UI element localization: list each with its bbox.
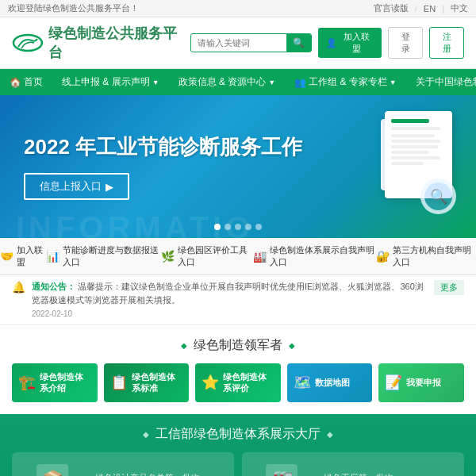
banner-cta-button[interactable]: 信息上报入口 ▶ <box>24 173 129 200</box>
magnifier-icon: 🔍 <box>420 178 456 214</box>
join-alliance-button[interactable]: 👤 加入联盟 <box>318 28 382 58</box>
banner-dot-5[interactable] <box>255 224 262 230</box>
exhibition-title: 工信部绿色制造体系展示大厅 <box>0 414 476 452</box>
nav-about[interactable]: 关于中国绿色制造联盟 ▼ <box>406 69 476 95</box>
nav-arrow-online: ▼ <box>152 79 159 86</box>
notice-text: 温馨提示：建议绿色制造企业单位开展自我声明时优先使用IE浏览器、火狐浏览器、36… <box>32 282 424 305</box>
green-leader-card-2[interactable]: ⭐ 绿色制造体系评价 <box>195 363 281 402</box>
exhibition-section: 工信部绿色制造体系展示大厅 📦 绿色设计产品 展示入口 绿色设计产品名单第一批次… <box>0 414 476 476</box>
header-right: 🔍 👤 加入联盟 登录 注册 <box>190 27 464 59</box>
exhibition-right-card: 🏭 2327 绿色工厂 展示入口 绿色工厂第一批次 绿色工厂第二批次 绿色工厂第… <box>242 452 464 476</box>
green-leader-card-1[interactable]: 📋 绿色制造体系标准 <box>104 363 190 402</box>
green-leader-card-0[interactable]: 🏗️ 绿色制造体系介绍 <box>12 363 98 402</box>
green-leader-title: 绿色制造领军者 <box>12 325 464 363</box>
welcome-text: 欢迎登陆绿色制造公共服务平台！ <box>8 2 139 14</box>
notice-more-button[interactable]: 更多 <box>434 280 464 295</box>
quick-link-third[interactable]: 🔐 第三方机构自我声明入口 <box>376 244 476 268</box>
exhibition-grid: 📦 绿色设计产品 展示入口 绿色设计产品名单第一批次 绿色设计产品名单第二批次 … <box>0 452 476 476</box>
nav-arrow-policy: ▼ <box>268 79 275 86</box>
eval-icon: 🌿 <box>161 250 175 263</box>
banner: INFORMATIO 2022 年工业节能诊断服务工作 信息上报入口 ▶ 🔍 <box>0 95 476 238</box>
exhibition-left-inner: 📦 绿色设计产品 展示入口 绿色设计产品名单第一批次 绿色设计产品名单第二批次 … <box>12 452 234 476</box>
green-leader-card-4[interactable]: 📝 我要申报 <box>378 363 464 402</box>
nav-home[interactable]: 🏠 首页 <box>0 69 52 95</box>
top-bar: 欢迎登陆绿色制造公共服务平台！ 官言读版 / EN | 中文 <box>0 0 476 17</box>
header: 绿色制造公共服务平台 🔍 👤 加入联盟 登录 注册 <box>0 17 476 69</box>
lang-divider: / <box>415 4 417 13</box>
top-bar-right: 官言读版 / EN | 中文 <box>374 2 468 14</box>
card-icon-3: 🗺️ <box>294 374 311 392</box>
logo-icon <box>12 31 44 55</box>
search-button[interactable]: 🔍 <box>286 34 311 52</box>
login-button[interactable]: 登录 <box>388 27 423 59</box>
quick-link-eval[interactable]: 🌿 绿色园区评价工具入口 <box>161 244 253 268</box>
quick-link-submit[interactable]: 📊 节能诊断进度与数据报送入口 <box>46 244 161 268</box>
submit-icon: 📊 <box>46 250 60 263</box>
quick-link-join[interactable]: 🤝 加入联盟 <box>0 244 46 268</box>
display-icon: 🏭 <box>253 250 267 263</box>
card-icon-1: 📋 <box>110 374 128 392</box>
exhibition-right-inner: 🏭 2327 绿色工厂 展示入口 绿色工厂第一批次 绿色工厂第二批次 绿色工厂第… <box>242 452 464 476</box>
notice-icon: 🔔 <box>12 281 25 294</box>
search-box: 🔍 <box>190 33 311 52</box>
exhibition-left-icon-area: 📦 绿色设计产品 展示入口 <box>24 464 81 476</box>
accessibility-link[interactable]: 官言读版 <box>374 2 409 14</box>
lang-cn[interactable]: 中文 <box>451 2 468 14</box>
notice-date: 2022-02-10 <box>32 308 428 320</box>
card-icon-2: ⭐ <box>202 374 219 392</box>
list-item: 绿色设计产品名单第一批次 <box>89 472 222 476</box>
register-button[interactable]: 注册 <box>429 27 464 59</box>
nav-policy[interactable]: 政策信息 & 资源中心 ▼ <box>169 69 286 95</box>
card-icon-4: 📝 <box>385 374 402 392</box>
green-leader-card-3[interactable]: 🗺️ 数据地图 <box>287 363 373 402</box>
quick-links-bar: 🤝 加入联盟 📊 节能诊断进度与数据报送入口 🌿 绿色园区评价工具入口 🏭 绿色… <box>0 238 476 275</box>
factory-cube-icon: 🏭 <box>266 464 298 476</box>
join-icon: 🤝 <box>0 250 13 263</box>
notice-content: 通知公告： 温馨提示：建议绿色制造企业单位开展自我声明时优先使用IE浏览器、火狐… <box>32 280 428 320</box>
nav-online[interactable]: 线上申报 & 展示声明 ▼ <box>52 69 169 95</box>
nav-workgroup[interactable]: 👥 工作组 & 专家专栏 ▼ <box>285 69 406 95</box>
list-item: 绿色工厂第一批次 <box>317 472 452 476</box>
home-icon: 🏠 <box>10 77 21 88</box>
workgroup-icon: 👥 <box>294 77 306 88</box>
exhibition-left-card: 📦 绿色设计产品 展示入口 绿色设计产品名单第一批次 绿色设计产品名单第二批次 … <box>12 452 234 476</box>
banner-bg-text: INFORMATIO <box>16 210 254 238</box>
exhibition-right-icon-area: 🏭 2327 绿色工厂 展示入口 <box>254 464 309 476</box>
green-leader-section: 绿色制造领军者 🏗️ 绿色制造体系介绍 📋 绿色制造体系标准 ⭐ 绿色制造体系评… <box>0 325 476 414</box>
notice-label: 通知公告： <box>32 282 75 291</box>
search-input[interactable] <box>191 35 286 51</box>
banner-title: 2022 年工业节能诊断服务工作 <box>24 133 302 161</box>
banner-image: 🔍 <box>357 103 452 214</box>
lang-divider2: | <box>442 4 444 13</box>
quick-link-display[interactable]: 🏭 绿色制造体系展示自我声明入口 <box>253 244 376 268</box>
logo-text: 绿色制造公共服务平台 <box>48 24 190 62</box>
lang-en[interactable]: EN <box>424 4 436 13</box>
product-cube-icon: 📦 <box>36 464 68 476</box>
nav-arrow-workgroup: ▼ <box>390 79 397 86</box>
logo: 绿色制造公共服务平台 <box>12 24 190 62</box>
exhibition-factory-list: 绿色工厂第一批次 绿色工厂第二批次 绿色工厂第三批次 绿色工厂第四批次 绿色工厂… <box>317 464 452 476</box>
exhibition-product-list: 绿色设计产品名单第一批次 绿色设计产品名单第二批次 绿色设计产品名单第三批次 绿… <box>89 464 222 476</box>
third-icon: 🔐 <box>376 250 390 263</box>
card-icon-0: 🏗️ <box>18 374 36 392</box>
notice-bar: 🔔 通知公告： 温馨提示：建议绿色制造企业单位开展自我声明时优先使用IE浏览器、… <box>0 275 476 325</box>
main-nav: 🏠 首页 线上申报 & 展示声明 ▼ 政策信息 & 资源中心 ▼ 👥 工作组 &… <box>0 69 476 95</box>
banner-content: 2022 年工业节能诊断服务工作 信息上报入口 ▶ <box>24 133 302 200</box>
green-leader-grid: 🏗️ 绿色制造体系介绍 📋 绿色制造体系标准 ⭐ 绿色制造体系评价 🗺️ 数据地… <box>12 363 464 402</box>
